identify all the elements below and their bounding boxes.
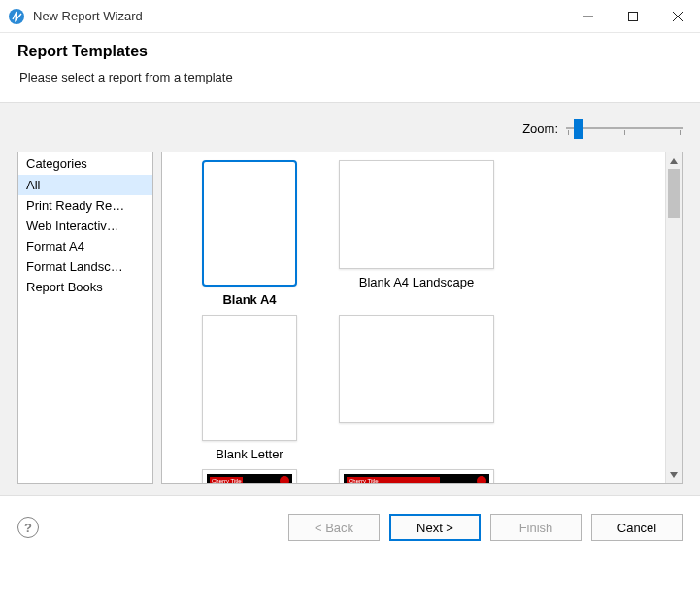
page-heading: Report Templates	[17, 43, 683, 60]
window-title: New Report Wizard	[33, 9, 566, 23]
template-label: Blank A4 Landscape	[359, 275, 475, 289]
template-thumbnail	[202, 315, 297, 441]
minimize-button[interactable]	[566, 0, 611, 33]
wizard-footer: ? < Back Next > Finish Cancel	[0, 496, 700, 558]
help-button[interactable]: ?	[17, 517, 39, 538]
template-gallery-wrap: Blank A4Blank A4 LandscapeBlank LetterCh…	[161, 152, 683, 484]
template-label: Blank A4	[222, 292, 276, 307]
template-card[interactable]: Cherry Title	[333, 469, 500, 483]
template-card[interactable]: Blank A4	[166, 160, 333, 307]
window-controls	[566, 0, 700, 33]
template-thumbnail	[202, 160, 297, 287]
scroll-up-icon[interactable]	[666, 152, 682, 169]
template-thumbnail	[339, 160, 494, 269]
zoom-thumb[interactable]	[574, 119, 583, 139]
content-area: Zoom: Categories AllPrint Ready Re…Web I…	[0, 102, 700, 496]
sidebar-item[interactable]: Print Ready Re…	[18, 195, 152, 216]
sidebar-item[interactable]: Web Interactiv…	[18, 216, 152, 236]
close-button[interactable]	[655, 0, 700, 33]
title-bar: New Report Wizard	[0, 0, 700, 33]
sidebar-header: Categories	[18, 152, 152, 175]
cancel-button[interactable]: Cancel	[591, 514, 683, 541]
template-card[interactable]	[333, 315, 500, 461]
template-thumbnail: Cherry Title	[339, 469, 494, 483]
category-sidebar: Categories AllPrint Ready Re…Web Interac…	[17, 152, 153, 484]
zoom-slider[interactable]	[566, 118, 683, 139]
template-gallery: Blank A4Blank A4 LandscapeBlank LetterCh…	[162, 152, 665, 483]
wizard-header: Report Templates Please select a report …	[0, 33, 700, 102]
template-card[interactable]: Cherry Title	[166, 469, 333, 483]
template-thumbnail: Cherry Title	[202, 469, 297, 483]
zoom-control: Zoom:	[17, 115, 683, 142]
sidebar-item[interactable]: Format Landsc…	[18, 256, 152, 277]
svg-marker-5	[670, 158, 678, 164]
app-icon	[8, 8, 25, 25]
zoom-label: Zoom:	[522, 121, 558, 136]
template-card[interactable]: Blank Letter	[166, 315, 333, 461]
sidebar-item[interactable]: All	[18, 175, 152, 195]
finish-button[interactable]: Finish	[490, 514, 582, 541]
template-thumbnail	[339, 315, 494, 423]
page-subtitle: Please select a report from a template	[17, 70, 683, 84]
svg-rect-2	[629, 12, 638, 20]
gallery-scrollbar[interactable]	[665, 152, 682, 483]
scroll-track[interactable]	[666, 169, 682, 466]
next-button[interactable]: Next >	[389, 514, 481, 541]
svg-marker-6	[670, 472, 678, 478]
template-card[interactable]: Blank A4 Landscape	[333, 160, 500, 307]
scroll-thumb[interactable]	[668, 169, 680, 218]
sidebar-item[interactable]: Report Books	[18, 277, 152, 297]
maximize-button[interactable]	[611, 0, 655, 33]
sidebar-item[interactable]: Format A4	[18, 236, 152, 256]
template-label: Blank Letter	[216, 447, 283, 461]
back-button[interactable]: < Back	[288, 514, 380, 541]
scroll-down-icon[interactable]	[666, 466, 682, 483]
